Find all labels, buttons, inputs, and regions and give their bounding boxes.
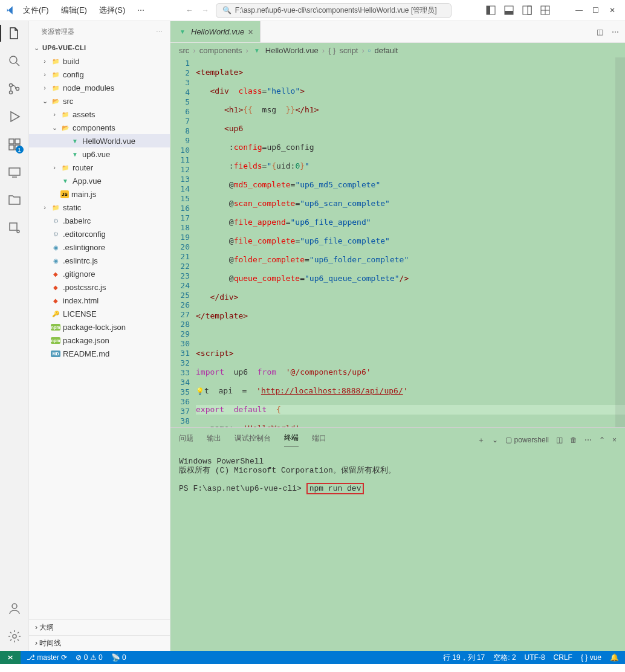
split-editor-icon[interactable]: ◫ [597, 28, 603, 36]
svg-rect-15 [9, 145, 14, 150]
git-branch[interactable]: ⎇ master ⟳ [27, 653, 67, 662]
code-content[interactable]: <template> <div class="hello"> <h1>{{ ms… [196, 57, 625, 427]
folder-config[interactable]: ›📁config [29, 68, 170, 81]
file-mainjs[interactable]: JSmain.js [29, 187, 170, 201]
layout-custom-icon[interactable] [540, 5, 550, 15]
file-license[interactable]: 🔑LICENSE [29, 307, 170, 320]
new-terminal-icon[interactable]: ＋ [478, 435, 485, 445]
problems-status[interactable]: ⊘ 0 ⚠ 0 [76, 653, 102, 662]
kill-terminal-icon[interactable]: 🗑 [570, 436, 577, 444]
share-icon[interactable] [7, 221, 22, 235]
outline-section[interactable]: › 大纲 [29, 619, 170, 635]
code-editor[interactable]: 1234567891011121314151617181920212223242… [170, 57, 625, 427]
minimap[interactable] [615, 57, 625, 427]
menu-select[interactable]: 选择(S) [94, 2, 130, 18]
file-gitignore[interactable]: ◆.gitignore [29, 267, 170, 280]
sidebar-title: 资源管理器 [41, 27, 74, 36]
eol[interactable]: CRLF [554, 653, 572, 662]
folder-src[interactable]: ⌄📂src [29, 94, 170, 108]
maximize-panel-icon[interactable]: ⌃ [599, 436, 605, 444]
file-helloworld[interactable]: ▼HelloWorld.vue [29, 134, 170, 147]
file-editorconfig[interactable]: ⚙.editorconfig [29, 227, 170, 241]
file-up6[interactable]: ▼up6.vue [29, 147, 170, 161]
run-debug-icon[interactable] [7, 109, 22, 124]
terminal-shell[interactable]: ▢powershell [505, 436, 549, 444]
remote-indicator[interactable] [0, 651, 21, 664]
tab-ports[interactable]: 端口 [312, 433, 326, 447]
folder-build[interactable]: ›📁build [29, 54, 170, 68]
scm-icon[interactable] [7, 82, 22, 96]
line-gutter: 1234567891011121314151617181920212223242… [170, 57, 196, 427]
close-panel-icon[interactable]: × [612, 436, 617, 444]
command-center[interactable]: 🔍 F:\asp.net\up6-vue-cli\src\components\… [216, 3, 452, 18]
language-mode[interactable]: { } vue [581, 653, 601, 662]
nav-back-icon[interactable]: ← [184, 5, 195, 16]
menu-file[interactable]: 文件(F) [18, 2, 54, 18]
terminal-dd-icon[interactable]: ⌄ [492, 436, 498, 444]
folder-static[interactable]: ›📁static [29, 201, 170, 214]
tab-terminal[interactable]: 终端 [284, 433, 299, 447]
layout-primary-icon[interactable] [486, 5, 496, 15]
vscode-logo-icon [5, 5, 16, 16]
folder-node-modules[interactable]: ›📁node_modules [29, 81, 170, 94]
titlebar: 文件(F) 编辑(E) 选择(S) ⋯ ← → 🔍 F:\asp.net\up6… [0, 0, 625, 21]
svg-point-13 [16, 88, 19, 91]
file-indexhtml[interactable]: ◆index.html [29, 294, 170, 307]
nav-forward-icon[interactable]: → [200, 5, 211, 16]
menu-more[interactable]: ⋯ [132, 4, 149, 17]
close-icon[interactable]: ✕ [609, 6, 618, 15]
file-eslintignore[interactable]: ◉.eslintignore [29, 241, 170, 254]
split-terminal-icon[interactable]: ◫ [556, 436, 563, 444]
tab-problems[interactable]: 问题 [179, 433, 193, 447]
sidebar-more-icon[interactable]: ⋯ [156, 28, 163, 36]
bc-default[interactable]: default [374, 46, 398, 55]
file-readme[interactable]: MDREADME.md [29, 347, 170, 360]
panel-more-icon[interactable]: ⋯ [585, 436, 592, 444]
maximize-icon[interactable]: ☐ [592, 6, 601, 15]
breadcrumb[interactable]: src› components› ▼HelloWorld.vue› { }scr… [170, 43, 625, 57]
folder-components[interactable]: ⌄📂components [29, 121, 170, 134]
file-appvue[interactable]: ▼App.vue [29, 174, 170, 187]
file-pkglock[interactable]: npmpackage-lock.json [29, 320, 170, 334]
bc-components[interactable]: components [199, 46, 242, 55]
menu-edit[interactable]: 编辑(E) [56, 2, 92, 18]
svg-rect-20 [10, 223, 17, 230]
layout-bottom-icon[interactable] [504, 5, 514, 15]
project-root[interactable]: ⌄UP6-VUE-CLI [29, 41, 170, 54]
file-eslintrc[interactable]: ◉.eslintrc.js [29, 254, 170, 267]
tab-close-icon[interactable]: × [248, 27, 253, 37]
tab-output[interactable]: 输出 [207, 433, 221, 447]
minimize-icon[interactable]: — [575, 6, 584, 15]
ports-status[interactable]: 📡 0 [111, 653, 126, 662]
bc-script[interactable]: script [339, 46, 358, 55]
terminal-content[interactable]: Windows PowerShell 版权所有 (C) Microsoft Co… [170, 447, 625, 651]
indentation[interactable]: 空格: 2 [493, 653, 516, 663]
tab-debug-console[interactable]: 调试控制台 [235, 433, 271, 447]
bc-file[interactable]: HelloWorld.vue [265, 46, 319, 55]
notifications-icon[interactable]: 🔔 [610, 653, 619, 662]
tab-helloworld[interactable]: ▼ HelloWorld.vue × [170, 21, 261, 42]
folder-lib-icon[interactable] [7, 193, 22, 207]
explorer-icon[interactable] [7, 26, 22, 40]
file-pkg[interactable]: npmpackage.json [29, 334, 170, 347]
remote-explorer-icon[interactable] [7, 165, 22, 179]
cursor-position[interactable]: 行 19，列 17 [443, 653, 485, 663]
highlighted-command: npm run dev [306, 483, 364, 494]
svg-point-11 [9, 84, 12, 87]
folder-assets[interactable]: ›📁assets [29, 108, 170, 121]
search-icon[interactable] [7, 54, 22, 68]
extensions-icon[interactable]: 1 [7, 137, 22, 152]
search-icon: 🔍 [222, 6, 232, 15]
encoding[interactable]: UTF-8 [525, 653, 545, 662]
tab-more-icon[interactable]: ⋯ [612, 28, 619, 36]
layout-secondary-icon[interactable] [522, 5, 532, 15]
address-text: F:\asp.net\up6-vue-cli\src\components\He… [235, 5, 437, 16]
file-postcssrc[interactable]: ◆.postcssrc.js [29, 280, 170, 294]
bc-src[interactable]: src [179, 46, 189, 55]
folder-router[interactable]: ›📁router [29, 161, 170, 174]
settings-icon[interactable] [7, 629, 22, 644]
timeline-section[interactable]: › 时间线 [29, 635, 170, 651]
term-prompt-line: PS F:\asp.net\up6-vue-cli> npm run dev [179, 484, 617, 493]
file-babelrc[interactable]: ⚙.babelrc [29, 214, 170, 227]
account-icon[interactable] [7, 601, 22, 616]
